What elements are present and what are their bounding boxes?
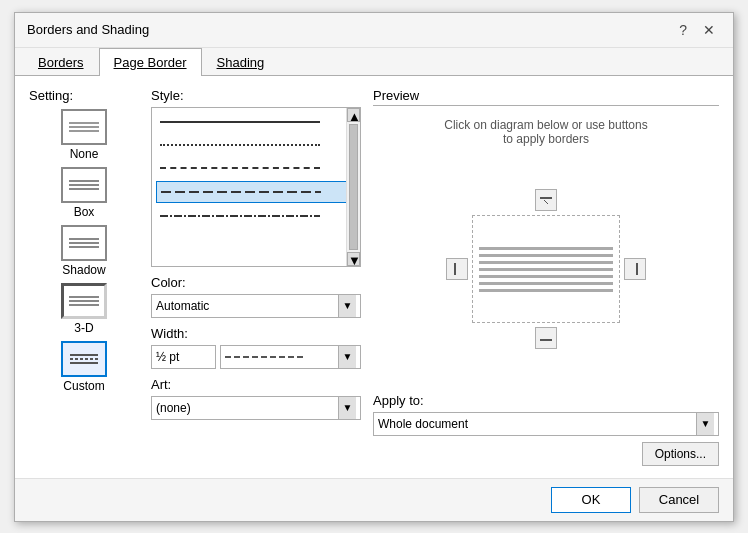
apply-row: Apply to: [373, 393, 719, 408]
color-label: Color: [151, 275, 361, 290]
style-option-solid[interactable] [156, 112, 356, 132]
width-line-preview [225, 356, 305, 358]
tab-shading[interactable]: Shading [202, 48, 280, 76]
setting-3d[interactable]: 3-D [29, 283, 139, 335]
setting-custom[interactable]: Custom [29, 341, 139, 393]
bottom-border-icon [540, 334, 552, 342]
color-select-arrow: ▼ [338, 295, 356, 317]
setting-box-icon [61, 167, 107, 203]
options-row: Options... [373, 442, 719, 466]
setting-custom-label: Custom [63, 379, 104, 393]
apply-to-arrow: ▼ [696, 413, 714, 435]
style-line-dotted [160, 138, 320, 152]
bottom-bar: OK Cancel [15, 478, 733, 521]
color-select[interactable]: Automatic ▼ [151, 294, 361, 318]
style-line-dashed-lg [161, 185, 321, 199]
scroll-up-btn[interactable]: ▲ [347, 108, 360, 122]
style-list [152, 108, 360, 230]
setting-3d-icon [61, 283, 107, 319]
setting-custom-icon [61, 341, 107, 377]
cancel-button[interactable]: Cancel [639, 487, 719, 513]
preview-line-7 [479, 289, 613, 292]
art-label: Art: [151, 377, 361, 392]
apply-to-label: Apply to: [373, 393, 424, 408]
preview-line-4 [479, 268, 613, 271]
dialog-body: Setting: None [15, 76, 733, 478]
width-line-arrow: ▼ [338, 346, 356, 368]
style-line-dash-dot [160, 209, 320, 223]
shadow-icon-lines [69, 238, 99, 248]
width-row: ½ pt ▼ [151, 345, 361, 369]
ok-button[interactable]: OK [551, 487, 631, 513]
right-border-icon [631, 263, 639, 275]
tab-page-border[interactable]: Page Border [99, 48, 202, 76]
style-line-dashed-sm [160, 161, 320, 175]
preview-btn-bottom[interactable] [535, 327, 557, 349]
scroll-thumb[interactable] [349, 124, 358, 250]
preview-content [472, 215, 620, 323]
dialog-title: Borders and Shading [27, 22, 149, 37]
title-bar: Borders and Shading ? ✕ [15, 13, 733, 48]
style-option-dashed-lg[interactable] [156, 181, 356, 203]
borders-and-shading-dialog: Borders and Shading ? ✕ Borders Page Bor… [14, 12, 734, 522]
art-select[interactable]: (none) ▼ [151, 396, 361, 420]
width-line-select[interactable]: ▼ [220, 345, 361, 369]
scroll-down-btn[interactable]: ▼ [347, 252, 360, 266]
setting-box-label: Box [74, 205, 95, 219]
preview-btn-top[interactable] [535, 189, 557, 211]
preview-description: Click on diagram below or use buttonsto … [373, 118, 719, 146]
right-panel: Preview Click on diagram below or use bu… [373, 88, 719, 466]
width-label: Width: [151, 326, 361, 341]
art-section: Art: (none) ▼ [151, 377, 361, 420]
style-list-container[interactable]: ▲ ▼ [151, 107, 361, 267]
tabs-bar: Borders Page Border Shading [15, 48, 733, 76]
preview-btn-left[interactable] [446, 258, 468, 280]
preview-line-2 [479, 254, 613, 257]
close-button[interactable]: ✕ [697, 21, 721, 39]
options-button[interactable]: Options... [642, 442, 719, 466]
setting-box[interactable]: Box [29, 167, 139, 219]
title-bar-buttons: ? ✕ [673, 21, 721, 39]
setting-panel: Setting: None [29, 88, 139, 466]
color-section: Color: Automatic ▼ [151, 275, 361, 318]
setting-shadow[interactable]: Shadow [29, 225, 139, 277]
top-border-icon [540, 196, 552, 204]
preview-label: Preview [373, 88, 719, 106]
none-icon-lines [69, 122, 99, 132]
width-select[interactable]: ½ pt [151, 345, 216, 369]
setting-shadow-label: Shadow [62, 263, 105, 277]
art-select-arrow: ▼ [338, 397, 356, 419]
preview-diagram [446, 189, 646, 349]
3d-icon-lines [69, 296, 99, 306]
tab-borders[interactable]: Borders [23, 48, 99, 76]
preview-btn-right[interactable] [624, 258, 646, 280]
preview-line-6 [479, 282, 613, 285]
apply-to-select[interactable]: Whole document ▼ [373, 412, 719, 436]
style-option-dotted[interactable] [156, 135, 356, 155]
apply-section: Apply to: Whole document ▼ Options... [373, 393, 719, 466]
box-icon-lines [69, 180, 99, 190]
preview-line-3 [479, 261, 613, 264]
svg-line-1 [544, 200, 548, 204]
preview-line-1 [479, 247, 613, 250]
style-option-dashed-sm[interactable] [156, 158, 356, 178]
help-button[interactable]: ? [673, 21, 693, 39]
setting-none-icon [61, 109, 107, 145]
preview-area [373, 154, 719, 385]
style-option-dash-dot[interactable] [156, 206, 356, 226]
custom-icon-lines [70, 354, 98, 364]
setting-none-label: None [70, 147, 99, 161]
width-section: Width: ½ pt ▼ [151, 326, 361, 369]
setting-none[interactable]: None [29, 109, 139, 161]
setting-3d-label: 3-D [74, 321, 93, 335]
style-line-solid [160, 115, 320, 129]
style-label: Style: [151, 88, 361, 103]
style-scrollbar[interactable]: ▲ ▼ [346, 108, 360, 266]
left-border-icon [453, 263, 461, 275]
style-section: Style: [151, 88, 361, 267]
setting-shadow-icon [61, 225, 107, 261]
preview-line-5 [479, 275, 613, 278]
apply-controls-row: Whole document ▼ [373, 412, 719, 436]
middle-panel: Style: [151, 88, 361, 466]
setting-label: Setting: [29, 88, 139, 103]
